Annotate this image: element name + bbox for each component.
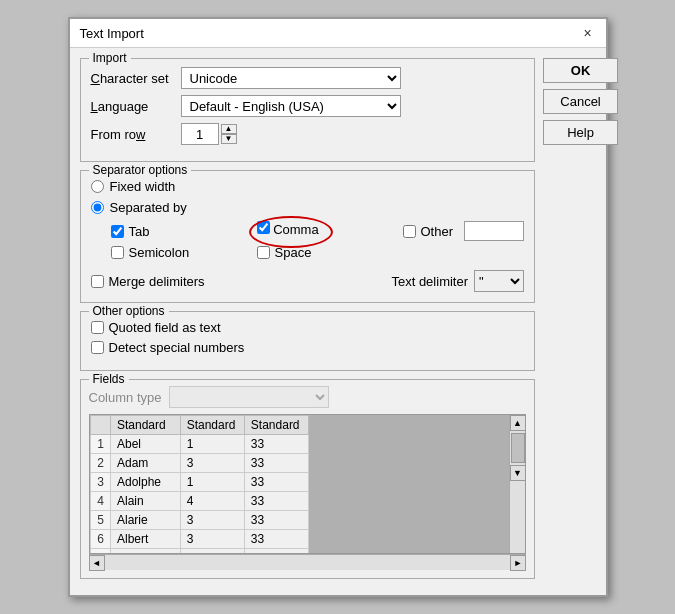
other-input[interactable]: [464, 221, 524, 241]
data-table: Standard Standard Standard 1 Abel 1 33 2…: [90, 415, 310, 553]
semicolon-checkbox-row: Semicolon: [111, 245, 251, 260]
language-label: Language: [91, 99, 181, 114]
cell-c3: 33: [244, 492, 308, 511]
language-row: Language Default - English (USA): [91, 95, 525, 117]
main-content: Import Character set Unicode Language De…: [80, 58, 536, 585]
scroll-down-button[interactable]: ▼: [510, 465, 526, 481]
cell-name: Adam: [110, 454, 180, 473]
cell-c2: 1: [180, 435, 244, 454]
detect-special-row: Detect special numbers: [91, 340, 525, 355]
separated-by-radio[interactable]: [91, 201, 104, 214]
cell-c3: 33: [244, 454, 308, 473]
character-set-label: Character set: [91, 71, 181, 86]
fixed-width-row: Fixed width: [91, 179, 525, 194]
cell-c3: 33: [244, 473, 308, 492]
quoted-field-row: Quoted field as text: [91, 320, 525, 335]
cell-name: Alarie: [110, 511, 180, 530]
col-header-3: Standard: [244, 416, 308, 435]
spinner-buttons: ▲ ▼: [221, 124, 237, 144]
cell-c3: 33: [244, 435, 308, 454]
table-row: 1 Abel 1 33: [90, 435, 309, 454]
column-type-label: Column type: [89, 390, 162, 405]
cell-c2: 4: [180, 492, 244, 511]
row-num: 2: [90, 454, 110, 473]
vertical-scrollbar[interactable]: ▲ ▼: [509, 415, 525, 553]
row-num: 7: [90, 549, 110, 554]
table-row: 6 Albert 3 33: [90, 530, 309, 549]
spinner-up[interactable]: ▲: [221, 124, 237, 134]
from-row-label: From row: [91, 127, 181, 142]
fields-group: Fields Column type: [80, 379, 536, 579]
col-header-1: Standard: [110, 416, 180, 435]
ok-button[interactable]: OK: [543, 58, 618, 83]
column-type-select[interactable]: [169, 386, 329, 408]
table-row: 7 Alexandre 1 33: [90, 549, 309, 554]
table-row: 4 Alain 4 33: [90, 492, 309, 511]
import-group: Import Character set Unicode Language De…: [80, 58, 536, 162]
cell-name: Alexandre: [110, 549, 180, 554]
space-checkbox[interactable]: [257, 246, 270, 259]
semicolon-checkbox[interactable]: [111, 246, 124, 259]
other-options-group: Other options Quoted field as text Detec…: [80, 311, 536, 371]
row-num: 1: [90, 435, 110, 454]
fixed-width-label: Fixed width: [110, 179, 176, 194]
tab-checkbox[interactable]: [111, 225, 124, 238]
from-row-input-group: ▲ ▼: [181, 123, 237, 145]
cell-name: Abel: [110, 435, 180, 454]
column-type-row: Column type: [89, 386, 527, 408]
cell-name: Albert: [110, 530, 180, 549]
separated-by-row: Separated by: [91, 200, 525, 215]
dialog-body: Import Character set Unicode Language De…: [70, 48, 606, 595]
detect-special-label: Detect special numbers: [109, 340, 245, 355]
cell-c3: 33: [244, 530, 308, 549]
scroll-left-button[interactable]: ◄: [89, 555, 105, 571]
scroll-right-button[interactable]: ►: [510, 555, 526, 571]
table-row: 2 Adam 3 33: [90, 454, 309, 473]
side-buttons: OK Cancel Help: [543, 58, 618, 585]
cancel-button[interactable]: Cancel: [543, 89, 618, 114]
merge-label: Merge delimiters: [109, 274, 205, 289]
text-delimiter-label: Text delimiter: [391, 274, 468, 289]
separator-group-label: Separator options: [89, 163, 192, 177]
text-delimiter-select[interactable]: ": [474, 270, 524, 292]
character-set-select[interactable]: Unicode: [181, 67, 401, 89]
cell-c2: 3: [180, 511, 244, 530]
separator-checkboxes: Tab Comma Other Semicolon: [111, 221, 525, 260]
col-header-row-num: [90, 416, 110, 435]
scroll-thumb[interactable]: [511, 433, 525, 463]
cell-c2: 3: [180, 454, 244, 473]
quoted-field-label: Quoted field as text: [109, 320, 221, 335]
cell-c3: 33: [244, 511, 308, 530]
text-import-dialog: Text Import × Import Character set Unico…: [68, 17, 608, 597]
other-options-label: Other options: [89, 304, 169, 318]
cell-name: Alain: [110, 492, 180, 511]
tab-label: Tab: [129, 224, 150, 239]
table-row: 5 Alarie 3 33: [90, 511, 309, 530]
row-num: 5: [90, 511, 110, 530]
cell-c2: 1: [180, 473, 244, 492]
data-table-wrapper: Standard Standard Standard 1 Abel 1 33 2…: [89, 414, 527, 554]
comma-label: Comma: [273, 222, 319, 237]
horizontal-scrollbar[interactable]: ◄ ►: [89, 554, 527, 570]
help-button[interactable]: Help: [543, 120, 618, 145]
row-num: 4: [90, 492, 110, 511]
spinner-down[interactable]: ▼: [221, 134, 237, 144]
scroll-up-button[interactable]: ▲: [510, 415, 526, 431]
language-select[interactable]: Default - English (USA): [181, 95, 401, 117]
other-checkbox[interactable]: [403, 225, 416, 238]
text-delimiter-row: Text delimiter ": [391, 270, 524, 292]
dialog-title: Text Import: [80, 26, 144, 41]
quoted-field-checkbox[interactable]: [91, 321, 104, 334]
close-button[interactable]: ×: [580, 25, 596, 41]
separated-by-label: Separated by: [110, 200, 187, 215]
cell-name: Adolphe: [110, 473, 180, 492]
cell-c2: 3: [180, 530, 244, 549]
merge-checkbox[interactable]: [91, 275, 104, 288]
detect-special-checkbox[interactable]: [91, 341, 104, 354]
tab-checkbox-row: Tab: [111, 221, 251, 241]
table-container: Standard Standard Standard 1 Abel 1 33 2…: [89, 414, 527, 570]
col-header-2: Standard: [180, 416, 244, 435]
comma-checkbox[interactable]: [257, 221, 270, 234]
from-row-input[interactable]: [181, 123, 219, 145]
fixed-width-radio[interactable]: [91, 180, 104, 193]
